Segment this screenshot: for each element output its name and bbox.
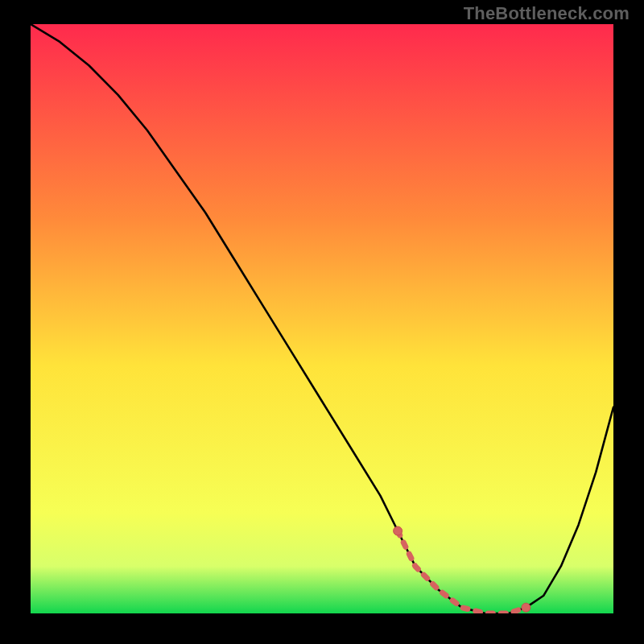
gradient-background (31, 24, 613, 613)
plot-area (31, 24, 613, 613)
chart-svg (31, 24, 613, 613)
highlight-endpoint (522, 603, 530, 612)
highlight-endpoint (394, 526, 402, 535)
chart-frame: TheBottleneck.com (0, 0, 644, 644)
watermark-text: TheBottleneck.com (464, 3, 630, 24)
